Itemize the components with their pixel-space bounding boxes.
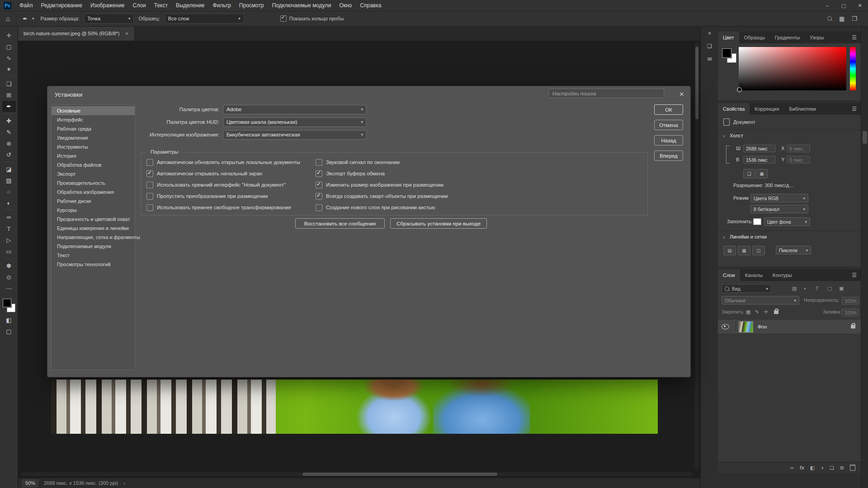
canvas-section-title[interactable]: Холст <box>730 133 743 138</box>
prefs-nav-guides-grid[interactable]: Направляющие, сетка и фрагменты <box>52 233 135 242</box>
option-beep-when-done[interactable]: Звуковой сигнал по окончании <box>316 158 400 166</box>
dodge-tool[interactable]: ◐ <box>2 197 16 209</box>
preferences-search-input[interactable] <box>548 89 664 98</box>
lock-all-icon[interactable] <box>774 310 778 314</box>
lasso-tool[interactable]: ∿ <box>2 52 16 64</box>
foreground-color-swatch[interactable] <box>3 299 11 307</box>
prefs-nav-image-processing[interactable]: Обработка изображения <box>52 188 135 197</box>
tab-paths[interactable]: Контуры <box>768 269 797 281</box>
option-export-clipboard[interactable]: Экспорт буфера обмена <box>316 169 385 178</box>
x-field[interactable]: 0 пикс. <box>787 145 810 152</box>
prefs-nav-type[interactable]: Текст <box>52 251 135 260</box>
type-tool[interactable]: T <box>2 223 16 235</box>
prefs-nav-scratch-disks[interactable]: Рабочие диски <box>52 197 135 206</box>
checkbox[interactable] <box>146 182 153 188</box>
tab-color[interactable]: Цвет <box>718 32 739 43</box>
menu-image[interactable]: Изображение <box>86 2 129 9</box>
blur-tool[interactable]: ○ <box>2 186 16 197</box>
checkbox[interactable] <box>316 204 322 211</box>
lock-image-pixels-icon[interactable]: ✎ <box>755 309 759 315</box>
checkbox[interactable] <box>316 170 322 177</box>
zoom-level-field[interactable]: 50% <box>22 479 38 487</box>
screen-mode-icon[interactable]: ▢ <box>2 326 16 337</box>
comments-panel-icon[interactable]: ✉ <box>704 55 715 64</box>
lock-transparent-pixels-icon[interactable]: ▦ <box>746 309 750 315</box>
foreground-background-colors[interactable] <box>2 298 16 313</box>
cancel-button[interactable]: Отмена <box>654 120 683 130</box>
units-select[interactable]: Пиксели ▾ <box>776 246 811 254</box>
panel-menu-icon[interactable]: ☰ <box>848 269 861 281</box>
eyedropper-tool-preset[interactable]: ✒ ▾ <box>21 15 36 22</box>
prefs-nav-cursors[interactable]: Курсоры <box>52 206 135 215</box>
menu-view[interactable]: Просмотр <box>235 2 268 9</box>
panel-board-icon[interactable]: ❏ <box>704 42 715 51</box>
prefs-nav-general[interactable]: Основные <box>52 106 135 115</box>
blend-mode-select[interactable]: Обычные ▾ <box>722 296 799 305</box>
next-button[interactable]: Вперед <box>654 150 683 161</box>
menu-edit[interactable]: Редактирование <box>37 2 86 9</box>
checkbox[interactable] <box>316 159 322 166</box>
sample-size-select[interactable]: Точка ▾ <box>84 14 134 23</box>
move-tool[interactable]: ✛ <box>2 30 16 41</box>
scrollbar-thumb[interactable] <box>695 47 698 119</box>
tab-close-icon[interactable]: ✕ <box>125 31 128 36</box>
lock-position-icon[interactable]: ✛ <box>764 309 768 315</box>
color-marker[interactable] <box>737 87 742 92</box>
checkbox[interactable] <box>316 193 322 200</box>
new-group-icon[interactable]: ❏ <box>830 465 834 471</box>
document-tab[interactable]: birch-nature-summer.jpeg @ 50% (RGB/8*) … <box>18 26 135 41</box>
rulers-grids-section-title[interactable]: Линейки и сетки <box>730 234 767 239</box>
maximize-button[interactable]: ▢ <box>835 0 852 11</box>
hand-tool[interactable]: ✽ <box>2 260 16 272</box>
color-picker-select[interactable]: Adobe ▾ <box>223 105 367 114</box>
rulers-toggle-icon[interactable]: ▤ <box>723 246 736 255</box>
prefs-nav-interface[interactable]: Интерфейс <box>52 115 135 124</box>
reset-all-messages-button[interactable]: Восстановить все сообщения <box>295 218 385 229</box>
frame-tool[interactable]: ⊞ <box>2 89 16 101</box>
checkbox[interactable] <box>146 204 153 211</box>
hud-color-picker-select[interactable]: Цветовая шкала (маленькая) ▾ <box>223 117 367 127</box>
menu-filter[interactable]: Фильтр <box>209 2 235 9</box>
opacity-field[interactable]: 100% <box>842 297 859 305</box>
eraser-tool[interactable]: ◪ <box>2 164 16 175</box>
prefs-nav-notifications[interactable]: Уведомления <box>52 133 135 142</box>
eyedropper-tool[interactable]: ✒ <box>2 101 16 112</box>
menu-file[interactable]: Файл <box>15 2 37 9</box>
workspace-switcher-icon[interactable]: ❐ <box>852 15 857 22</box>
layer-row-background[interactable]: Фон <box>718 320 861 333</box>
home-icon[interactable]: ⌂ <box>5 15 11 23</box>
spot-healing-tool[interactable]: ✚ <box>2 115 16 127</box>
add-layer-mask-icon[interactable]: ◧ <box>810 465 815 471</box>
option-legacy-new-document[interactable]: Использовать прежний интерфейс "Новый до… <box>146 181 286 189</box>
color-panel-swatches[interactable] <box>722 48 737 63</box>
edit-toolbar-icon[interactable]: ⋯ <box>2 283 16 294</box>
menu-type[interactable]: Текст <box>150 2 172 9</box>
rectangle-tool[interactable]: ▭ <box>2 246 16 257</box>
ok-button[interactable]: ОК <box>654 104 683 115</box>
option-resize-on-place[interactable]: Изменить размер изображения при размещен… <box>316 181 443 189</box>
fill-select[interactable]: Цвет фона ▾ <box>764 217 810 226</box>
menu-select[interactable]: Выделение <box>172 2 209 9</box>
filter-pixel-layers-icon[interactable]: ▨ <box>792 286 797 291</box>
option-auto-update-docs[interactable]: Автоматически обновлять открытые локальн… <box>146 158 300 166</box>
section-chevron-icon[interactable]: ∨ <box>722 134 726 138</box>
checkbox[interactable] <box>146 170 153 177</box>
filter-smart-objects-icon[interactable]: ▣ <box>839 286 844 291</box>
close-window-button[interactable]: ✕ <box>852 0 868 11</box>
guides-toggle-icon[interactable]: ◫ <box>752 246 765 255</box>
checkbox[interactable] <box>146 159 153 166</box>
tab-adjustments[interactable]: Коррекция <box>750 103 784 115</box>
panel-menu-icon[interactable]: ☰ <box>848 103 861 115</box>
dialog-close-icon[interactable]: ✕ <box>677 89 687 99</box>
y-field[interactable]: 0 пикс. <box>787 156 810 164</box>
option-show-home-screen[interactable]: Автоматически открывать начальный экран <box>146 169 262 178</box>
path-selection-tool[interactable]: ▷ <box>2 235 16 246</box>
panel-menu-icon[interactable]: ☰ <box>848 32 861 43</box>
height-field[interactable]: 1536 пикс <box>743 156 776 164</box>
canvas-orientation-portrait-icon[interactable]: ❏ <box>743 169 755 178</box>
status-chevron-icon[interactable]: › <box>123 480 125 486</box>
tab-channels[interactable]: Каналы <box>740 269 768 281</box>
checkbox[interactable] <box>146 193 153 200</box>
option-new-layer-on-paint[interactable]: Создание нового слоя при рисовании кисть… <box>316 203 435 211</box>
menu-layers[interactable]: Слои <box>129 2 150 9</box>
